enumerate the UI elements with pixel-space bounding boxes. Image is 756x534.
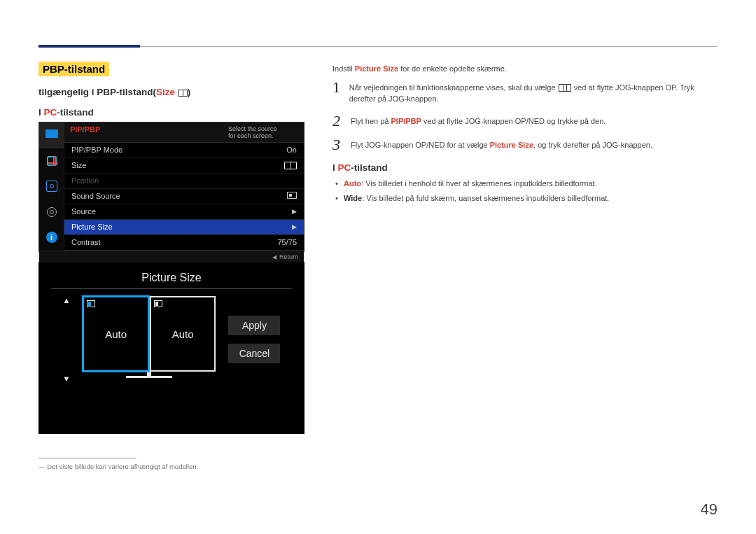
- screen-half-right: Auto: [150, 297, 215, 370]
- subtitle-prefix: tilgængelig i PBP-tilstand(: [38, 87, 156, 97]
- step-3: 3 Flyt JOG-knappen OP/NED for at vælge P…: [332, 137, 718, 153]
- intro-line: Indstil Picture Size for de enkelte opde…: [332, 64, 718, 73]
- horizontal-rule: [38, 46, 718, 47]
- window-chip-icon: [154, 300, 162, 307]
- osd-header-title: PIP/PBP: [70, 125, 100, 140]
- step-number: 1: [332, 80, 341, 95]
- osd-row-size: Size: [64, 158, 304, 174]
- chevron-up-icon: ▲: [63, 296, 71, 304]
- osd-menu-screenshot: i PIP/PBP Select the source for each scr…: [38, 122, 304, 252]
- step-2: 2 Flyt hen på PIP/PBP ved at flytte JOG-…: [332, 113, 718, 129]
- cancel-button: Cancel: [228, 344, 280, 363]
- pc-mode-heading-left: I PC-tilstand: [38, 107, 304, 118]
- accent-rule: [38, 45, 140, 48]
- size-value-icon: [284, 162, 297, 169]
- footnote-text: ― Det viste billede kan variere afhængig…: [38, 463, 304, 470]
- chevron-left-icon: ◀: [272, 254, 276, 260]
- apply-button: Apply: [228, 316, 280, 335]
- osd-row-picture-size: Picture Size ▶: [64, 220, 304, 235]
- osd-row-mode: PIP/PBP Mode On: [64, 143, 304, 158]
- osd-row-sound: Sound Source: [64, 189, 304, 204]
- step-number: 3: [332, 137, 342, 153]
- subtitle-suffix: ): [188, 87, 191, 97]
- pc-mode-heading-right: I PC-tilstand: [332, 162, 718, 173]
- chevron-right-icon: ▶: [292, 208, 297, 215]
- chevron-down-icon: ▼: [63, 374, 71, 383]
- availability-line: tilgængelig i PBP-tilstand(Size ): [38, 87, 304, 97]
- window-chip-icon: [87, 300, 95, 307]
- subtitle-size: Size: [156, 87, 175, 97]
- section-badge: PBP-tilstand: [38, 62, 109, 76]
- osd-row-source: Source ▶: [64, 204, 304, 220]
- up-down-arrows: ▲▼: [63, 296, 71, 383]
- step-number: 2: [332, 113, 342, 129]
- bullet-wide: Wide: Vis billedet på fuld skærm, uanset…: [332, 193, 718, 204]
- page-number: 49: [701, 500, 718, 519]
- chevron-right-icon: ▶: [292, 223, 297, 230]
- pbp-split-icon: [178, 90, 188, 97]
- bullet-auto: Auto: Vis billedet i henhold til hver af…: [332, 178, 718, 190]
- screen-half-left: Auto: [82, 295, 150, 372]
- osd2-title: Picture Size: [51, 272, 292, 284]
- osd-row-contrast: Contrast 75/75: [64, 235, 304, 251]
- osd-row-position: Position: [64, 174, 304, 189]
- osd-footer: ◀Return: [39, 251, 304, 262]
- osd-hint-text: Select the source for each screen.: [228, 125, 298, 140]
- osd-side-picture-icon: [39, 122, 64, 148]
- tv-preview: Auto Auto: [83, 296, 216, 383]
- menu-grid-icon: [559, 84, 571, 92]
- osd-side-settings-icon: [39, 199, 64, 225]
- footnote-rule: [38, 458, 136, 458]
- sound-value-icon: [287, 192, 297, 199]
- osd-side-position-icon: [39, 174, 64, 199]
- step-1: 1 Når vejledningen til funktionsknappern…: [332, 80, 718, 105]
- picture-size-screenshot: Picture Size ▲▼ Auto Auto: [38, 262, 304, 434]
- osd-side-pip-icon: [39, 148, 64, 174]
- osd-side-info-icon: i: [39, 225, 64, 251]
